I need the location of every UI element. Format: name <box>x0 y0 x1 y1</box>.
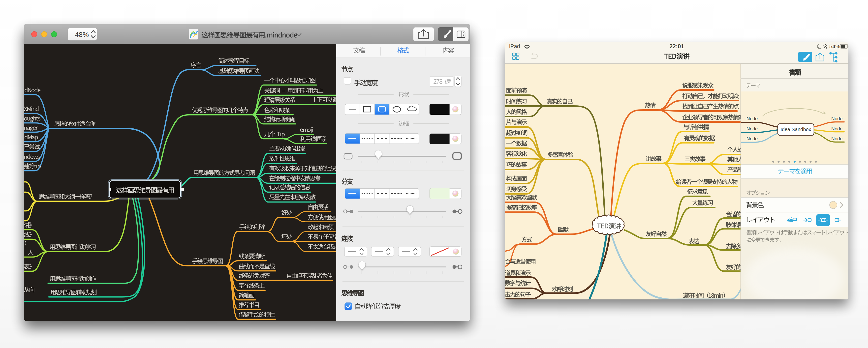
svg-text:Node: Node <box>746 116 757 121</box>
svg-text:Node: Node <box>746 126 757 131</box>
svg-text:iPad: iPad <box>509 43 520 49</box>
svg-text:54%: 54% <box>829 43 840 50</box>
svg-text:Node: Node <box>746 136 757 141</box>
svg-text:Node: Node <box>831 136 842 141</box>
svg-text:Idea Sandbox: Idea Sandbox <box>780 127 811 132</box>
svg-text:22:01: 22:01 <box>670 43 684 50</box>
svg-text:Node: Node <box>831 116 842 121</box>
svg-text:Node: Node <box>831 126 842 131</box>
svg-text:48%: 48% <box>75 31 89 38</box>
